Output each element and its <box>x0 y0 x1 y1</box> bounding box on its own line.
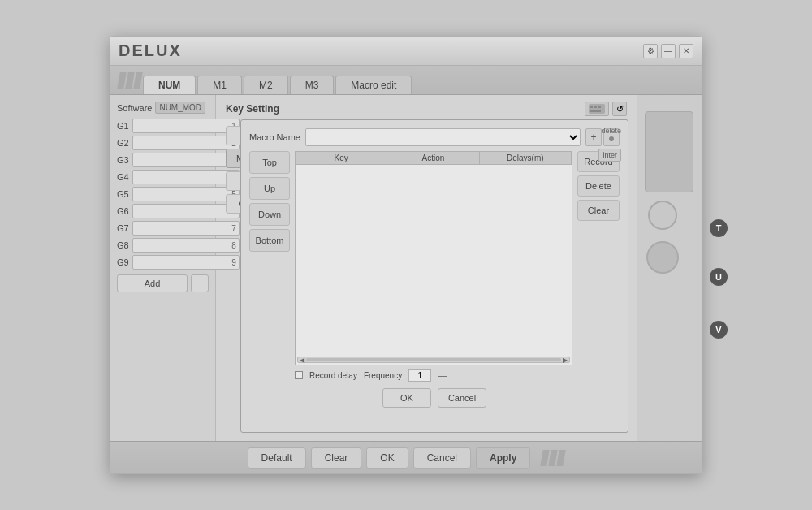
stripe-right-3 <box>557 450 567 466</box>
scroll-arrows: ◀ ▶ <box>298 357 569 364</box>
software-text: Software <box>117 103 152 113</box>
bottom-button[interactable]: Bottom <box>249 229 290 252</box>
g5-row: G5 <box>117 187 209 201</box>
frequency-label: Frequency <box>364 371 402 380</box>
bottom-toolbar: Default Clear OK Cancel Apply <box>110 441 702 473</box>
top-button[interactable]: Top <box>249 151 290 174</box>
add-row: Add <box>117 274 209 292</box>
app-window: DELUX ⚙ — ✕ NUM M1 M2 M3 Macro edit Soft… <box>110 36 702 474</box>
tab-num[interactable]: NUM <box>143 76 196 94</box>
g6-row: G6 <box>117 204 209 218</box>
g8-label: G8 <box>117 240 129 250</box>
annotation-T: T <box>710 219 728 237</box>
macro-table-area: Key Action Delays(m) ◀ ▶ <box>295 151 572 382</box>
header-icons: ↺ <box>585 102 627 116</box>
g3-row: G3 <box>117 153 209 167</box>
delete-button[interactable]: Delete <box>577 175 620 197</box>
dial-circle <box>646 241 679 274</box>
delete-label: delete <box>601 127 621 135</box>
record-options-row: Record delay Frequency — <box>295 369 572 382</box>
g9-label: G9 <box>117 257 129 267</box>
down-button[interactable]: Down <box>249 203 290 226</box>
g2-label: G2 <box>117 138 129 148</box>
key-setting-header: Key Setting ↺ <box>226 102 627 116</box>
g3-label: G3 <box>117 155 129 165</box>
main-content: Software NUM_MOD G1 G2 G3 G4 G5 <box>110 95 702 441</box>
inter-label: inter <box>598 149 621 162</box>
macro-name-select[interactable] <box>305 128 581 146</box>
tab-stripe-decoration <box>119 72 141 89</box>
tab-m1[interactable]: M1 <box>197 76 242 94</box>
delete-dot <box>609 136 614 141</box>
macro-dialog: Macro Name + - delete int <box>240 119 628 433</box>
annotation-U: U <box>710 268 728 286</box>
clear-button[interactable]: Clear <box>577 200 620 221</box>
svg-rect-4 <box>590 110 601 112</box>
col-delays: Delays(m) <box>480 152 572 164</box>
mode-badge: NUM_MOD <box>155 102 205 114</box>
center-area: Key Setting ↺ <box>216 95 637 441</box>
macro-right-buttons: Record Delete Clear <box>577 151 620 382</box>
bottom-stripe-right <box>542 450 564 466</box>
svg-rect-1 <box>590 106 593 108</box>
keyboard-art <box>645 111 693 192</box>
col-action: Action <box>387 152 479 164</box>
scroll-track <box>306 358 561 361</box>
close-button[interactable]: ✕ <box>679 44 693 58</box>
g9-row: G9 <box>117 255 209 270</box>
macro-scrollbar[interactable]: ◀ ▶ <box>297 357 570 363</box>
tab-m3[interactable]: M3 <box>290 76 335 94</box>
cancel-bottom-button[interactable]: Cancel <box>413 447 471 469</box>
window-controls: ⚙ — ✕ <box>643 44 693 58</box>
tab-macro-edit[interactable]: Macro edit <box>335 76 412 94</box>
g1-row: G1 <box>117 119 209 133</box>
g5-label: G5 <box>117 189 129 199</box>
key-circle <box>648 201 677 230</box>
plus-button[interactable]: + <box>585 128 602 146</box>
dialog-actions: OK Cancel <box>249 388 620 408</box>
dialog-ok-button[interactable]: OK <box>382 388 431 408</box>
settings-button[interactable]: ⚙ <box>643 44 658 58</box>
add-button[interactable]: Add <box>117 274 188 292</box>
scroll-right-arrow[interactable]: ▶ <box>563 357 568 364</box>
key-setting-title: Key Setting <box>226 103 279 115</box>
ok-bottom-button[interactable]: OK <box>366 447 408 469</box>
clear-bottom-button[interactable]: Clear <box>311 447 362 469</box>
title-bar: DELUX ⚙ — ✕ <box>110 37 702 66</box>
delete-label-area: delete <box>601 127 621 141</box>
frequency-minus[interactable]: — <box>438 370 447 380</box>
annotation-V: V <box>710 321 728 339</box>
scroll-left-arrow[interactable]: ◀ <box>300 357 304 364</box>
col-key: Key <box>296 152 387 164</box>
record-delay-checkbox[interactable] <box>295 371 303 379</box>
dialog-cancel-button[interactable]: Cancel <box>438 388 486 408</box>
macro-table-body[interactable]: ◀ ▶ <box>295 164 572 365</box>
default-button[interactable]: Default <box>248 447 306 469</box>
frequency-input[interactable] <box>408 369 431 382</box>
g4-label: G4 <box>117 172 129 182</box>
software-label-row: Software NUM_MOD <box>117 102 209 114</box>
tab-m2[interactable]: M2 <box>244 76 288 94</box>
g6-label: G6 <box>117 206 129 216</box>
up-button[interactable]: Up <box>249 177 290 200</box>
macro-layout: Top Up Down Bottom Key Action Delays(m) <box>249 151 620 382</box>
minimize-button[interactable]: — <box>661 44 676 58</box>
keyboard-icon <box>585 102 609 116</box>
g8-row: G8 <box>117 238 209 253</box>
svg-rect-0 <box>589 104 605 114</box>
macro-nav-buttons: Top Up Down Bottom <box>249 151 290 382</box>
add-square-button[interactable] <box>191 274 209 292</box>
g2-row: G2 <box>117 136 209 150</box>
record-delay-label: Record delay <box>309 371 357 380</box>
g1-label: G1 <box>117 121 129 131</box>
macro-name-label: Macro Name <box>249 132 300 142</box>
svg-rect-3 <box>598 106 601 108</box>
g7-label: G7 <box>117 223 129 233</box>
tab-bar: NUM M1 M2 M3 Macro edit <box>110 66 702 95</box>
g7-row: G7 <box>117 221 209 236</box>
right-panel <box>637 95 702 441</box>
refresh-icon[interactable]: ↺ <box>612 102 627 116</box>
g4-row: G4 <box>117 170 209 184</box>
sidebar: Software NUM_MOD G1 G2 G3 G4 G5 <box>110 95 216 441</box>
apply-button[interactable]: Apply <box>476 447 530 469</box>
